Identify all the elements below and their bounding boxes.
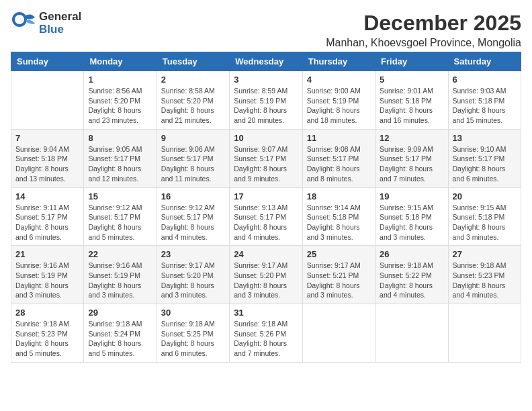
day-info: Sunrise: 9:17 AMSunset: 5:20 PMDaylight:… [161, 261, 225, 300]
day-info: Sunrise: 9:15 AMSunset: 5:18 PMDaylight:… [380, 203, 443, 242]
table-row: 27Sunrise: 9:18 AMSunset: 5:23 PMDayligh… [448, 246, 521, 304]
day-number: 18 [307, 191, 371, 201]
day-number: 25 [307, 249, 371, 259]
logo: General Blue [11, 11, 81, 36]
day-info: Sunrise: 9:16 AMSunset: 5:19 PMDaylight:… [15, 261, 79, 300]
header-monday: Monday [84, 52, 157, 71]
calendar-week-row: 7Sunrise: 9:04 AMSunset: 5:18 PMDaylight… [11, 129, 521, 187]
header-saturday: Saturday [448, 52, 521, 71]
table-row: 2Sunrise: 8:58 AMSunset: 5:20 PMDaylight… [157, 71, 229, 130]
day-info: Sunrise: 8:56 AMSunset: 5:20 PMDaylight:… [88, 86, 152, 126]
header-friday: Friday [375, 52, 448, 71]
day-info: Sunrise: 9:10 AMSunset: 5:17 PMDaylight:… [453, 144, 517, 184]
calendar-week-row: 14Sunrise: 9:11 AMSunset: 5:17 PMDayligh… [11, 187, 521, 246]
table-row: 14Sunrise: 9:11 AMSunset: 5:17 PMDayligh… [11, 187, 84, 246]
table-row: 3Sunrise: 8:59 AMSunset: 5:19 PMDaylight… [230, 71, 302, 130]
day-info: Sunrise: 9:12 AMSunset: 5:17 PMDaylight:… [88, 203, 152, 242]
day-info: Sunrise: 9:17 AMSunset: 5:20 PMDaylight:… [234, 261, 298, 300]
day-info: Sunrise: 9:09 AMSunset: 5:17 PMDaylight:… [380, 144, 443, 184]
table-row: 19Sunrise: 9:15 AMSunset: 5:18 PMDayligh… [375, 187, 448, 246]
day-number: 29 [88, 308, 152, 318]
day-info: Sunrise: 9:03 AMSunset: 5:18 PMDaylight:… [453, 86, 517, 126]
day-number: 8 [88, 133, 152, 143]
table-row [448, 304, 521, 363]
day-info: Sunrise: 9:13 AMSunset: 5:17 PMDaylight:… [234, 203, 298, 242]
day-info: Sunrise: 9:14 AMSunset: 5:18 PMDaylight:… [307, 203, 371, 242]
logo-general: General [39, 11, 81, 24]
day-number: 20 [453, 191, 517, 201]
day-number: 2 [161, 75, 225, 85]
day-number: 30 [161, 308, 225, 318]
day-info: Sunrise: 8:58 AMSunset: 5:20 PMDaylight:… [161, 86, 225, 126]
table-row: 20Sunrise: 9:15 AMSunset: 5:18 PMDayligh… [448, 187, 521, 246]
table-row: 22Sunrise: 9:16 AMSunset: 5:19 PMDayligh… [84, 246, 157, 304]
day-number: 5 [380, 75, 443, 85]
day-info: Sunrise: 9:18 AMSunset: 5:24 PMDaylight:… [88, 319, 152, 359]
table-row: 25Sunrise: 9:17 AMSunset: 5:21 PMDayligh… [302, 246, 375, 304]
table-row: 8Sunrise: 9:05 AMSunset: 5:17 PMDaylight… [84, 129, 157, 187]
day-number: 3 [234, 75, 298, 85]
calendar-week-row: 28Sunrise: 9:18 AMSunset: 5:23 PMDayligh… [11, 304, 521, 363]
day-number: 6 [453, 75, 517, 85]
table-row: 30Sunrise: 9:18 AMSunset: 5:25 PMDayligh… [157, 304, 229, 363]
header-tuesday: Tuesday [157, 52, 229, 71]
table-row: 31Sunrise: 9:18 AMSunset: 5:26 PMDayligh… [230, 304, 302, 363]
day-number: 14 [15, 191, 79, 201]
day-info: Sunrise: 9:05 AMSunset: 5:17 PMDaylight:… [88, 144, 152, 184]
table-row: 6Sunrise: 9:03 AMSunset: 5:18 PMDaylight… [448, 71, 521, 130]
table-row: 23Sunrise: 9:17 AMSunset: 5:20 PMDayligh… [157, 246, 229, 304]
day-number: 22 [88, 249, 152, 259]
table-row: 21Sunrise: 9:16 AMSunset: 5:19 PMDayligh… [11, 246, 84, 304]
day-info: Sunrise: 9:08 AMSunset: 5:17 PMDaylight:… [307, 144, 371, 184]
day-number: 16 [161, 191, 225, 201]
day-info: Sunrise: 9:18 AMSunset: 5:23 PMDaylight:… [453, 261, 517, 300]
day-number: 10 [234, 133, 298, 143]
logo-text: General Blue [39, 11, 81, 36]
day-info: Sunrise: 9:15 AMSunset: 5:18 PMDaylight:… [453, 203, 517, 242]
calendar-week-row: 21Sunrise: 9:16 AMSunset: 5:19 PMDayligh… [11, 246, 521, 304]
table-row: 29Sunrise: 9:18 AMSunset: 5:24 PMDayligh… [84, 304, 157, 363]
day-info: Sunrise: 9:18 AMSunset: 5:26 PMDaylight:… [234, 319, 298, 359]
day-number: 15 [88, 191, 152, 201]
day-number: 21 [15, 249, 79, 259]
day-number: 31 [234, 308, 298, 318]
header-sunday: Sunday [11, 52, 84, 71]
day-number: 28 [15, 308, 79, 318]
day-number: 7 [15, 133, 79, 143]
day-number: 1 [88, 75, 152, 85]
day-number: 26 [380, 249, 443, 259]
table-row: 11Sunrise: 9:08 AMSunset: 5:17 PMDayligh… [302, 129, 375, 187]
table-row: 10Sunrise: 9:07 AMSunset: 5:17 PMDayligh… [230, 129, 302, 187]
table-row: 17Sunrise: 9:13 AMSunset: 5:17 PMDayligh… [230, 187, 302, 246]
table-row: 24Sunrise: 9:17 AMSunset: 5:20 PMDayligh… [230, 246, 302, 304]
page-title: December 2025 [326, 11, 521, 36]
day-info: Sunrise: 9:01 AMSunset: 5:18 PMDaylight:… [380, 86, 443, 126]
table-row: 9Sunrise: 9:06 AMSunset: 5:17 PMDaylight… [157, 129, 229, 187]
day-number: 17 [234, 191, 298, 201]
day-info: Sunrise: 9:12 AMSunset: 5:17 PMDaylight:… [161, 203, 225, 242]
day-number: 9 [161, 133, 225, 143]
day-number: 4 [307, 75, 371, 85]
day-info: Sunrise: 9:00 AMSunset: 5:19 PMDaylight:… [307, 86, 371, 126]
table-row: 18Sunrise: 9:14 AMSunset: 5:18 PMDayligh… [302, 187, 375, 246]
table-row [302, 304, 375, 363]
table-row: 5Sunrise: 9:01 AMSunset: 5:18 PMDaylight… [375, 71, 448, 130]
day-number: 23 [161, 249, 225, 259]
header-wednesday: Wednesday [230, 52, 302, 71]
table-row: 26Sunrise: 9:18 AMSunset: 5:22 PMDayligh… [375, 246, 448, 304]
day-info: Sunrise: 9:16 AMSunset: 5:19 PMDaylight:… [88, 261, 152, 300]
calendar-table: Sunday Monday Tuesday Wednesday Thursday… [11, 52, 521, 363]
logo-blue: Blue [39, 24, 81, 36]
table-row [375, 304, 448, 363]
day-info: Sunrise: 9:18 AMSunset: 5:22 PMDaylight:… [380, 261, 443, 300]
table-row: 4Sunrise: 9:00 AMSunset: 5:19 PMDaylight… [302, 71, 375, 130]
title-section: December 2025 Manhan, Khoevsgoel Provinc… [326, 11, 521, 49]
day-number: 13 [453, 133, 517, 143]
day-info: Sunrise: 8:59 AMSunset: 5:19 PMDaylight:… [234, 86, 298, 126]
day-number: 19 [380, 191, 443, 201]
table-row [11, 71, 84, 130]
table-row: 7Sunrise: 9:04 AMSunset: 5:18 PMDaylight… [11, 129, 84, 187]
day-info: Sunrise: 9:07 AMSunset: 5:17 PMDaylight:… [234, 144, 298, 184]
day-info: Sunrise: 9:18 AMSunset: 5:23 PMDaylight:… [15, 319, 79, 359]
day-info: Sunrise: 9:06 AMSunset: 5:17 PMDaylight:… [161, 144, 225, 184]
